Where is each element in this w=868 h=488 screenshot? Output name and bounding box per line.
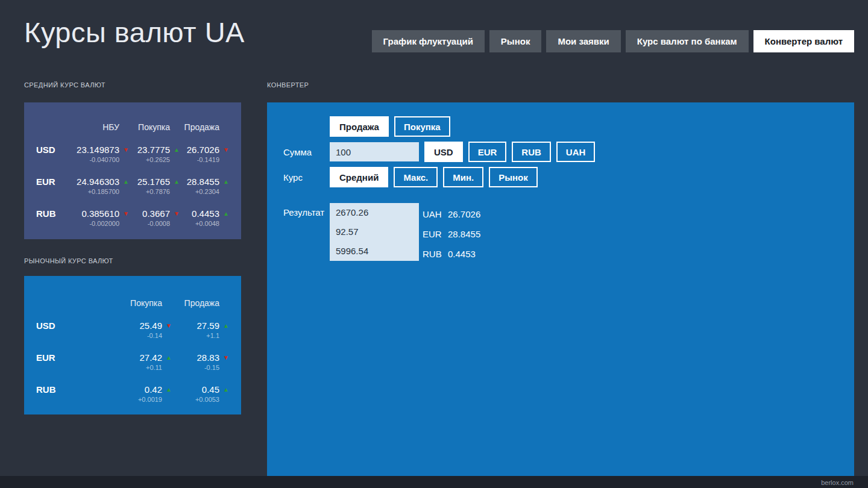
rate-cell: 0.45 +0.0053	[172, 384, 229, 404]
mode-toggle-group: Продажа Покупка	[330, 116, 842, 137]
rate-value: 0.3667	[142, 208, 170, 219]
trend-icon	[219, 177, 229, 187]
trend-icon	[170, 208, 180, 219]
rate-cell: 28.8455 +0.2304	[180, 177, 229, 196]
rate-change: +0.185700	[88, 187, 119, 196]
market-rate-row-usd: USD 25.49 -0.14 27.59 +1.1	[36, 321, 229, 340]
currency-eur-button[interactable]: EUR	[468, 142, 507, 162]
rate-cell: 28.83 -0.15	[172, 352, 229, 372]
avg-rates-section-title: СРЕДНИЙ КУРС ВАЛЮТ	[24, 80, 241, 90]
trend-icon	[219, 145, 229, 155]
nav-my-orders[interactable]: Мои заявки	[546, 30, 620, 52]
converter-section-title: КОНВЕРТЕР	[267, 80, 854, 90]
rate-change: +0.7876	[146, 187, 170, 196]
amount-input[interactable]	[330, 142, 419, 161]
amount-label: Сумма	[283, 147, 330, 157]
avg-rate-row-eur: EUR 24.946303 +0.185700 25.1765 +0.7876	[36, 177, 229, 196]
rate-change: -0.1419	[197, 155, 219, 164]
rate-change: -0.040700	[89, 155, 119, 164]
currency-usd-button[interactable]: USD	[424, 142, 463, 162]
trend-icon	[162, 384, 172, 395]
rate-value: 25.1765	[137, 177, 170, 187]
nav-fluctuation-chart[interactable]: График флуктуаций	[372, 30, 485, 52]
rate-value: 23.7775	[137, 145, 170, 155]
rate-row: Курс Средний Макс. Мин. Рынок	[330, 167, 842, 187]
nav-currency-converter[interactable]: Конвертер валют	[753, 30, 854, 52]
converter-column: КОНВЕРТЕР Продажа Покупка Сумма USD EUR …	[267, 78, 854, 476]
currency-code: EUR	[36, 177, 63, 196]
rate-value: 27.59	[197, 321, 219, 331]
avg-table-header: НБУ Покупка Продажа	[36, 122, 229, 133]
rate-cell: 0.3667 -0.0008	[129, 208, 180, 228]
column-header-buy: Покупка	[129, 122, 180, 133]
column-header-buy: Покупка	[63, 298, 172, 308]
result-rate: 0.4453	[448, 244, 476, 264]
market-rates-panel: Покупка Продажа USD 25.49 -0.14 27.59 +1…	[24, 276, 241, 414]
rate-change: -0.002000	[89, 219, 119, 228]
rate-change: -0.0008	[148, 219, 170, 228]
column-header-sell: Продажа	[180, 122, 229, 133]
result-rate: 26.7026	[448, 204, 480, 224]
currency-code: RUB	[36, 384, 63, 404]
rate-cell: 26.7026 -0.1419	[180, 145, 229, 164]
footer-bar	[0, 476, 868, 488]
currency-code: RUB	[36, 208, 63, 228]
result-amount: 5996.54	[330, 242, 419, 261]
rate-value: 25.49	[139, 321, 162, 331]
rate-label: Курс	[283, 172, 330, 183]
rate-min-button[interactable]: Мин.	[443, 167, 483, 187]
rate-change: -0.15	[204, 363, 219, 372]
result-rate: 28.8455	[448, 224, 480, 244]
currency-code: USD	[36, 145, 63, 164]
nav-market[interactable]: Рынок	[489, 30, 542, 52]
trend-icon	[162, 352, 172, 363]
result-rate-line: UAH 26.7026	[423, 204, 480, 224]
rate-change: +0.0053	[195, 395, 219, 404]
rate-average-button[interactable]: Средний	[330, 167, 388, 187]
rates-column: СРЕДНИЙ КУРС ВАЛЮТ НБУ Покупка Продажа U…	[24, 78, 241, 414]
rate-value: 27.42	[139, 352, 162, 363]
page-title: Курсы валют UA	[24, 16, 245, 49]
result-label: Результат	[283, 203, 330, 222]
currency-rub-button[interactable]: RUB	[512, 142, 551, 162]
rate-value: 23.149873	[77, 145, 119, 155]
rate-value: 0.45	[202, 384, 219, 395]
rate-value: 26.7026	[187, 145, 219, 155]
rate-cell: 23.7775 +0.2625	[129, 145, 180, 164]
mode-sell-button[interactable]: Продажа	[330, 116, 389, 137]
trend-icon	[219, 321, 229, 331]
rate-max-button[interactable]: Макс.	[394, 167, 438, 187]
trend-icon	[170, 177, 180, 187]
rate-change: +1.1	[206, 331, 219, 340]
rate-change: -0.14	[147, 331, 162, 340]
rate-value: 0.4453	[192, 208, 219, 219]
column-header-nbu: НБУ	[63, 122, 129, 133]
result-rate-line: RUB 0.4453	[423, 244, 480, 264]
rate-cell: 0.385610 -0.002000	[63, 208, 129, 228]
result-box: 2670.26 92.57 5996.54	[330, 203, 419, 261]
rate-value: 0.385610	[81, 208, 119, 219]
nav-bank-rates[interactable]: Курс валют по банкам	[626, 30, 749, 52]
rate-change: +0.2625	[146, 155, 170, 164]
currency-code: USD	[36, 321, 63, 340]
rate-change: +0.0019	[138, 395, 162, 404]
rate-cell: 0.42 +0.0019	[63, 384, 172, 404]
mode-buy-button[interactable]: Покупка	[394, 116, 450, 137]
trend-icon	[119, 177, 129, 187]
top-nav: График флуктуаций Рынок Мои заявки Курс …	[372, 30, 854, 52]
avg-rate-row-usd: USD 23.149873 -0.040700 23.7775 +0.2625	[36, 145, 229, 164]
rate-change: +0.2304	[195, 187, 219, 196]
market-rate-row-eur: EUR 27.42 +0.11 28.83 -0.15	[36, 352, 229, 372]
rate-cell: 23.149873 -0.040700	[63, 145, 129, 164]
trend-icon	[170, 145, 180, 155]
rate-market-button[interactable]: Рынок	[489, 167, 538, 187]
currency-code: EUR	[36, 352, 63, 372]
rate-cell: 27.42 +0.11	[63, 352, 172, 372]
currency-uah-button[interactable]: UAH	[556, 142, 596, 162]
result-currency: UAH	[423, 204, 448, 224]
market-table-header: Покупка Продажа	[36, 298, 229, 308]
header-spacer	[36, 298, 63, 308]
rate-value: 24.946303	[77, 177, 119, 187]
trend-icon	[219, 384, 229, 395]
rate-value: 28.8455	[187, 177, 219, 187]
